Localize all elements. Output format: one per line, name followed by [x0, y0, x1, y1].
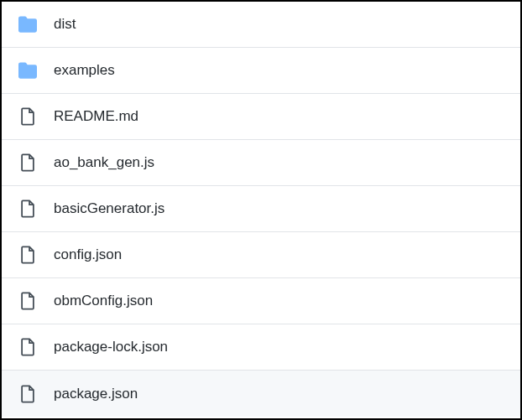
list-item[interactable]: obmConfig.json — [2, 278, 520, 324]
list-item[interactable]: config.json — [2, 232, 520, 278]
folder-icon — [18, 15, 37, 34]
file-icon — [18, 200, 37, 218]
file-name: ao_bank_gen.js — [54, 154, 154, 171]
list-item[interactable]: dist — [2, 2, 520, 48]
file-name: basicGenerator.js — [54, 200, 164, 217]
file-name: package-lock.json — [54, 339, 168, 355]
folder-icon — [18, 61, 37, 80]
list-item[interactable]: package.json — [2, 371, 520, 417]
file-name: config.json — [54, 246, 122, 263]
file-icon — [18, 292, 37, 310]
file-name: obmConfig.json — [54, 293, 153, 309]
file-name: dist — [54, 16, 76, 33]
file-name: README.md — [54, 108, 138, 125]
file-icon — [18, 153, 37, 172]
file-icon — [18, 107, 37, 126]
list-item[interactable]: package-lock.json — [2, 324, 520, 371]
list-item[interactable]: ao_bank_gen.js — [2, 140, 520, 186]
file-icon — [18, 246, 37, 264]
file-list: dist examples README.md ao_bank_gen.js b… — [0, 0, 522, 420]
file-name: package.json — [54, 386, 138, 402]
list-item[interactable]: README.md — [2, 94, 520, 140]
list-item[interactable]: examples — [2, 48, 520, 94]
file-icon — [18, 385, 37, 403]
file-icon — [18, 338, 37, 356]
file-name: examples — [54, 62, 115, 79]
list-item[interactable]: basicGenerator.js — [2, 186, 520, 232]
